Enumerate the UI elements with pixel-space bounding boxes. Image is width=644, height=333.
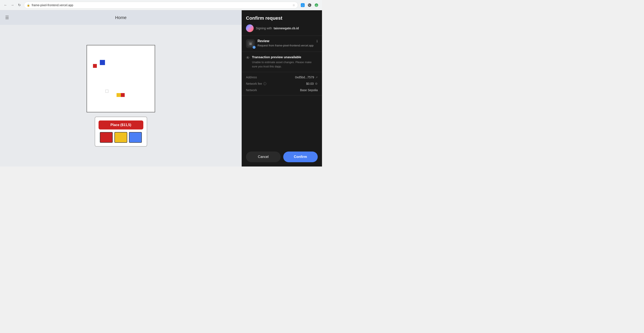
address-label: Address [246,75,257,79]
wallet-actions: Cancel Confirm [242,147,322,166]
app-header: ☰ Home [0,10,242,25]
signing-prefix: Signing with [256,26,272,30]
network-fee-row: Network fee i $0.03 ⚙ [246,82,318,85]
secure-icon: 🔒 [27,4,30,7]
network-fee-value: $0.03 ⚙ [306,82,318,85]
menu-icon[interactable]: ☰ [5,15,9,20]
reload-button[interactable]: ↻ [16,2,22,8]
preview-section: 👁 Transaction preview unavailable Unable… [242,52,322,72]
review-section: ▤ ⬡ Review Request from frame-pixel-fron… [242,36,322,52]
pixel-red [93,64,97,68]
extension-icon-1[interactable]: ⬡ [300,2,306,8]
color-swatch-red[interactable] [100,132,113,143]
address-row: Address 0xd5bd...7579 ↗ [246,75,318,79]
pixel-canvas[interactable] [86,45,155,112]
address-bar[interactable]: 🔒 frame-pixel-frontend.vercel.app ☆ [24,2,298,8]
pixel-red-2 [121,93,125,97]
review-subtitle: Request from frame-pixel-frontend.vercel… [258,44,314,47]
address-text: 0xd5bd...7579 [295,75,314,79]
pixel-empty [106,90,108,93]
review-title: Review [258,39,314,43]
signing-text: Signing with taionewgate.cb.id [256,26,299,30]
network-row: Network Base Sepolia [246,88,318,92]
fee-info-icon[interactable]: i [263,82,266,85]
cancel-button[interactable]: Cancel [246,152,281,162]
tx-details: Address 0xd5bd...7579 ↗ Network fee i $0… [242,72,322,95]
address-value: 0xd5bd...7579 ↗ [295,75,318,79]
canvas-section: Place ($11,5) [0,25,242,166]
svg-text:◎: ◎ [315,4,318,7]
app-content: ☰ Home Place ($11,5) [0,10,242,166]
forward-button[interactable]: → [10,2,16,8]
extension-icon-2[interactable]: ✎ [306,2,312,8]
fee-settings-icon[interactable]: ⚙ [315,82,318,85]
browser-chrome: ← → ↻ 🔒 frame-pixel-frontend.vercel.app … [0,0,322,10]
back-button[interactable]: ← [2,2,8,8]
bookmark-button[interactable]: ☆ [292,3,295,7]
network-fee-label: Network fee i [246,82,266,85]
review-icon-inner: ▤ [248,41,254,47]
preview-text-wrap: Transaction preview unavailable Unable t… [252,55,318,68]
svg-text:▤: ▤ [250,42,252,45]
nav-buttons: ← → ↻ [2,2,22,8]
wallet-header: Confirm request Signing with taionewgate… [242,10,322,36]
network-label: Network [246,88,257,92]
eye-icon: 👁 [246,56,250,60]
preview-description: Unable to estimate asset changes. Please… [252,60,318,68]
place-button[interactable]: Place ($11,5) [98,120,143,129]
dapp-name: frame-pixel-frontend.vercel.app [275,44,314,47]
confirm-button[interactable]: Confirm [283,152,318,162]
extension-icon-3[interactable]: ◎ [314,2,320,8]
preview-title: Transaction preview unavailable [252,55,318,59]
color-swatch-yellow[interactable] [114,132,127,143]
review-icon-wrap: ▤ ⬡ [246,39,255,48]
info-icon[interactable]: ℹ [316,39,318,43]
network-value: Base Sepolia [300,88,318,92]
review-text: Review Request from frame-pixel-frontend… [258,39,314,47]
color-swatches [100,132,142,143]
account-name: taionewgate.cb.id [274,26,299,30]
svg-text:⬡: ⬡ [302,4,304,7]
account-avatar [246,24,254,32]
color-swatch-blue[interactable] [129,132,142,143]
review-badge: ⬡ [252,46,256,49]
spacer [242,95,322,147]
request-prefix: Request from [258,44,274,47]
controls-panel: Place ($11,5) [95,117,147,147]
extension-icons: ⬡ ✎ ◎ [300,2,320,8]
svg-text:✎: ✎ [308,4,310,7]
main-area: ☰ Home Place ($11,5) [0,10,322,166]
pixel-blue [100,60,105,65]
wallet-title: Confirm request [246,15,318,21]
page-title: Home [115,15,126,20]
url-text: frame-pixel-frontend.vercel.app [32,3,291,7]
wallet-account: Signing with taionewgate.cb.id [246,24,318,32]
wallet-panel: Confirm request Signing with taionewgate… [242,10,322,166]
external-link-icon[interactable]: ↗ [315,76,318,79]
fee-amount: $0.03 [306,82,314,85]
